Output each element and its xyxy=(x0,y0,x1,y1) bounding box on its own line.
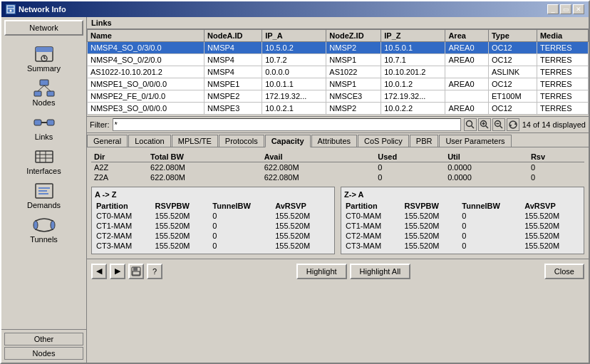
highlight-button[interactable]: Highlight xyxy=(296,264,347,279)
tunnels-label: Tunnels xyxy=(30,235,58,244)
az-row: CT2-MAM155.520M0155.520M xyxy=(95,231,331,241)
close-button[interactable]: ✕ xyxy=(573,4,584,14)
tab-location[interactable]: Location xyxy=(128,135,171,147)
tab-user-parameters[interactable]: User Parameters xyxy=(439,135,511,147)
search-icon[interactable] xyxy=(464,118,477,131)
svg-rect-38 xyxy=(133,271,140,275)
title-bar: Network Info _ ▭ ✕ xyxy=(1,1,589,17)
interfaces-icon xyxy=(33,147,56,167)
za-partition-table: Partition RSVPBW TunnelBW AvRSVP CT0-MAM… xyxy=(344,201,581,251)
sidebar-top: Network xyxy=(1,17,86,38)
az-title: A -> Z xyxy=(95,190,331,199)
az-row: CT3-MAM155.520M0155.520M xyxy=(95,241,331,251)
back-button[interactable]: ◀ xyxy=(91,264,107,279)
svg-point-25 xyxy=(33,221,38,229)
summary-icon xyxy=(33,44,56,64)
close-button[interactable]: Close xyxy=(544,264,584,279)
displayed-count: 14 of 14 displayed xyxy=(522,120,586,129)
title-buttons: _ ▭ ✕ xyxy=(547,4,584,14)
col-media[interactable]: Media xyxy=(537,30,588,42)
za-col-tunnelbw: TunnelBW xyxy=(460,201,523,211)
highlight-all-button[interactable]: Highlight All xyxy=(350,264,410,279)
za-col-avrsvp: AvRSVP xyxy=(523,201,581,211)
zoom-in-icon[interactable] xyxy=(478,118,491,131)
tab-capacity[interactable]: Capacity xyxy=(265,135,311,147)
capacity-panel: Dir Total BW Avail Used Util Rsv A2Z622.… xyxy=(87,147,589,259)
nodes-icon xyxy=(33,78,56,98)
window-icon xyxy=(6,4,16,14)
forward-button[interactable]: ▶ xyxy=(110,264,125,279)
sidebar-item-demands[interactable]: Demands xyxy=(1,178,86,212)
help-button[interactable]: ? xyxy=(147,264,162,279)
col-ipa[interactable]: IP_A xyxy=(262,30,326,42)
col-type[interactable]: Type xyxy=(488,30,537,42)
links-label: Links xyxy=(35,132,53,141)
svg-point-27 xyxy=(466,121,472,127)
links-table-scroll[interactable]: Name NodeA.ID IP_A NodeZ.ID IP_Z Area Ty… xyxy=(87,29,589,115)
svg-line-11 xyxy=(38,85,44,91)
table-row[interactable]: NMSP4_SO_0/3/0.0NMSP410.5.0.2NMSP210.5.0… xyxy=(88,42,589,54)
partition-section: A -> Z Partition RSVPBW TunnelBW AvRSVP xyxy=(91,187,584,254)
az-col-tunnelbw: TunnelBW xyxy=(211,201,274,211)
cap-col-avail: Avail xyxy=(262,152,376,162)
col-nodez[interactable]: NodeZ.ID xyxy=(326,30,381,42)
col-ipz[interactable]: IP_Z xyxy=(381,30,445,42)
summary-label: Summary xyxy=(27,64,61,73)
col-nodea[interactable]: NodeA.ID xyxy=(205,30,262,42)
sidebar-item-links[interactable]: Links xyxy=(1,110,86,144)
capacity-table: Dir Total BW Avail Used Util Rsv A2Z622.… xyxy=(91,152,584,182)
za-partition-box: Z-> A Partition RSVPBW TunnelBW AvRSVP xyxy=(341,187,584,254)
other-button[interactable]: Other xyxy=(4,333,83,345)
tab-mpls/te[interactable]: MPLS/TE xyxy=(172,135,218,147)
az-col-rsvpbw: RSVPBW xyxy=(154,201,212,211)
capacity-row: Z2A622.080M622.080M00.00000 xyxy=(91,172,584,182)
network-button[interactable]: Network xyxy=(4,20,83,36)
col-name[interactable]: Name xyxy=(88,30,205,42)
table-row[interactable]: NMSP4_SO_0/2/0.0NMSP410.7.2NMSP110.7.1AR… xyxy=(88,54,589,66)
svg-rect-9 xyxy=(34,91,41,96)
window-title: Network Info xyxy=(19,5,66,14)
svg-point-2 xyxy=(10,10,12,12)
sidebar-item-tunnels[interactable]: Tunnels xyxy=(1,212,86,246)
refresh-icon[interactable] xyxy=(507,118,519,131)
maximize-button[interactable]: ▭ xyxy=(560,4,571,14)
filter-label: Filter: xyxy=(90,120,110,129)
tunnels-icon xyxy=(33,215,56,235)
svg-rect-16 xyxy=(36,151,53,162)
minimize-button[interactable]: _ xyxy=(547,4,559,14)
demands-icon xyxy=(33,181,56,201)
tab-general[interactable]: General xyxy=(87,135,128,147)
bottom-bar: ◀ ▶ ? Highlight Highlight All Cl xyxy=(87,259,589,283)
sidebar: Network Summary xyxy=(1,17,87,363)
svg-rect-8 xyxy=(40,80,48,85)
tab-pbr[interactable]: PBR xyxy=(410,135,439,147)
zoom-out-icon[interactable] xyxy=(492,118,505,131)
za-row: CT2-MAM155.520M0155.520M xyxy=(344,231,581,241)
table-row[interactable]: NMSPE3_SO_0/0/0.0NMSPE310.0.2.1NMSP210.0… xyxy=(88,103,589,115)
sidebar-item-summary[interactable]: Summary xyxy=(1,41,86,76)
za-row: CT1-MAM155.520M0155.520M xyxy=(344,221,581,231)
bottom-left: ◀ ▶ ? xyxy=(91,264,162,279)
main-window: Network Info _ ▭ ✕ Network xyxy=(0,0,590,364)
tab-protocols[interactable]: Protocols xyxy=(219,135,264,147)
bottom-center: Highlight Highlight All xyxy=(296,264,410,279)
cap-col-dir: Dir xyxy=(91,152,148,162)
filter-input[interactable] xyxy=(113,118,461,131)
links-icon xyxy=(33,113,56,132)
right-panel: Links Name NodeA.ID IP_A NodeZ.ID IP_Z A… xyxy=(87,17,589,363)
az-col-partition: Partition xyxy=(95,201,154,211)
tab-attributes[interactable]: Attributes xyxy=(311,135,357,147)
save-button[interactable] xyxy=(128,264,144,279)
tabs-bar: GeneralLocationMPLS/TEProtocolsCapacityA… xyxy=(87,133,589,147)
sidebar-item-interfaces[interactable]: Interfaces xyxy=(1,144,86,178)
title-bar-left: Network Info xyxy=(6,4,66,14)
table-row[interactable]: NMSPE2_FE_0/1/0.0NMSPE2172.19.32...NMSCE… xyxy=(88,90,589,103)
col-area[interactable]: Area xyxy=(445,30,489,42)
az-partition-table: Partition RSVPBW TunnelBW AvRSVP CT0-MAM… xyxy=(95,201,331,251)
nodes-bottom-button[interactable]: Nodes xyxy=(4,347,83,360)
tab-cos-policy[interactable]: CoS Policy xyxy=(358,135,409,147)
sidebar-item-nodes[interactable]: Nodes xyxy=(1,76,86,110)
table-row[interactable]: AS1022-10.10.201.2NMSP40.0.0.0AS102210.1… xyxy=(88,66,589,78)
svg-rect-14 xyxy=(47,120,54,125)
table-row[interactable]: NMSPE1_SO_0/0/0.0NMSPE110.0.1.1NMSP110.0… xyxy=(88,78,589,90)
